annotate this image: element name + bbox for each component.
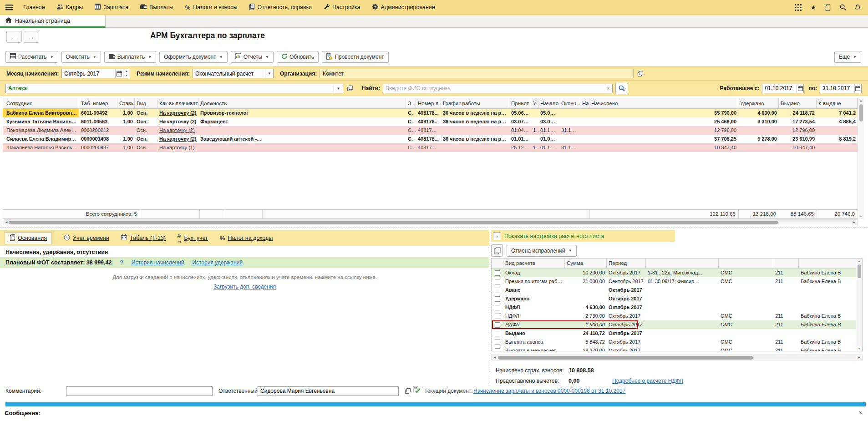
column-header[interactable]: Должность <box>198 98 406 108</box>
payslip-row[interactable]: Выплата в межрасчетный пе...18 270,00Окт… <box>492 346 862 351</box>
favorites-star-icon[interactable]: ★ <box>810 4 816 10</box>
organization-open-icon[interactable] <box>636 69 645 78</box>
row-checkbox[interactable] <box>495 331 500 336</box>
menu-item-2[interactable]: Кадры <box>51 0 89 15</box>
payslip-row[interactable]: НДФЛ1 900,00Октябрь 2017ОМС211Бабкина Ел… <box>492 320 862 329</box>
copy-pages-icon[interactable] <box>491 244 503 257</box>
comment-field[interactable] <box>66 386 213 396</box>
column-header[interactable]: Как выплачивать <box>157 98 198 108</box>
payslip-row[interactable]: НДФЛ2 730,00Октябрь 2017ОМС211Бабкина Ел… <box>492 312 862 320</box>
column-header[interactable] <box>492 259 503 268</box>
back-button[interactable]: ← <box>6 31 22 43</box>
search-button[interactable] <box>615 83 628 94</box>
column-header[interactable]: График работы <box>441 98 509 108</box>
column-header[interactable]: Вид расчета <box>503 259 565 268</box>
pay-button[interactable]: Выплатить▼ <box>104 51 156 63</box>
post-document-button[interactable]: Провести документ <box>322 51 388 63</box>
column-header[interactable]: Удержано <box>738 98 779 108</box>
search-icon[interactable] <box>840 4 846 10</box>
column-header[interactable]: Начало <box>538 98 559 108</box>
mode-select[interactable]: ▼ <box>193 69 274 78</box>
worked-to-input[interactable] <box>820 84 854 93</box>
payslip-settings-toggle[interactable]: › Показать настройки расчетного листа <box>491 230 675 242</box>
detail-tab-5[interactable]: %Налог на доходы <box>220 235 273 242</box>
reports-button[interactable]: Отчеты▼ <box>231 51 274 63</box>
messages-splitter[interactable] <box>5 402 866 406</box>
pay-method-link[interactable]: На карточку (2) <box>159 127 195 133</box>
close-icon[interactable]: × <box>859 409 863 416</box>
payslip-row[interactable]: Премия по итогам работы21 000,00Сентябрь… <box>492 277 862 286</box>
deductions-history-link[interactable]: История удержаний <box>192 259 243 266</box>
employee-row[interactable]: Пономарева Людмила Алексеевна (осн., ув.… <box>3 126 858 135</box>
refresh-button[interactable]: Обновить <box>277 51 319 63</box>
worked-to-field[interactable] <box>820 84 862 93</box>
employee-row[interactable]: Бабкина Елена Викторовна (осн.)6011-0049… <box>3 109 858 117</box>
responsible-open-icon[interactable] <box>403 386 412 396</box>
calendar-icon[interactable] <box>854 84 861 93</box>
column-header[interactable]: Сумма <box>565 259 607 268</box>
pay-method-link[interactable]: На карточку (2) <box>159 136 197 142</box>
hamburger-icon[interactable] <box>5 5 13 10</box>
row-checkbox[interactable] <box>495 314 500 319</box>
column-header[interactable]: Номер л... <box>416 98 441 108</box>
calendar-icon[interactable] <box>797 84 803 93</box>
payslip-row[interactable]: Выплата аванса5 848,72Октябрь 2017ОМС211… <box>492 338 862 346</box>
column-header[interactable] <box>646 259 719 268</box>
detail-tab-2[interactable]: Учет времени <box>64 234 109 242</box>
detail-tab-3[interactable]: Табель (Т-13) <box>121 234 166 242</box>
column-header[interactable]: К выдаче <box>817 98 858 108</box>
row-checkbox[interactable] <box>495 348 500 351</box>
more-button[interactable]: Еще▼ <box>834 51 861 63</box>
menu-item-4[interactable]: Выплаты <box>134 0 179 15</box>
apps-grid-icon[interactable] <box>795 4 802 11</box>
pay-method-link[interactable]: На карточку (2) <box>159 110 197 116</box>
employee-row[interactable]: Шахалиева Наталья Васильевна (осн., ув.)… <box>3 143 858 152</box>
column-header[interactable]: Выдано <box>779 98 817 108</box>
menu-item-1[interactable]: Главное <box>17 0 51 15</box>
mode-input[interactable] <box>193 69 265 78</box>
department-input[interactable] <box>6 84 334 93</box>
employee-row[interactable]: Кузьмина Татьяна Васильевна (осн.)6011-0… <box>3 117 858 126</box>
organization-field[interactable]: Комитет <box>320 69 634 78</box>
responsible-field[interactable] <box>258 386 399 396</box>
payslip-row[interactable]: УдержаноОктябрь 2017 <box>492 294 862 303</box>
column-header[interactable]: На... <box>580 98 589 108</box>
row-checkbox[interactable] <box>495 322 500 328</box>
column-header[interactable]: Ставка <box>117 98 135 108</box>
payslip-row[interactable]: НДФЛ4 630,00Октябрь 2017 <box>492 303 862 312</box>
current-document-link[interactable]: Начисление зарплаты и взносов 0000-00019… <box>473 388 625 394</box>
column-header[interactable]: Вид <box>135 98 157 108</box>
bell-icon[interactable] <box>855 4 861 11</box>
row-checkbox[interactable] <box>495 340 500 345</box>
horizontal-scrollbar[interactable]: ◄ ► <box>3 219 858 225</box>
search-field[interactable]: x <box>383 84 613 93</box>
menu-item-5[interactable]: %Налоги и взносы <box>179 0 244 15</box>
make-document-button[interactable]: Оформить документ▼ <box>159 51 227 63</box>
department-open-icon[interactable] <box>345 84 355 93</box>
row-checkbox[interactable] <box>495 288 500 293</box>
payslip-vertical-scrollbar[interactable]: ▲ ▼ <box>856 259 862 351</box>
menu-item-7[interactable]: Настройка <box>318 0 366 15</box>
row-checkbox[interactable] <box>495 305 500 310</box>
search-input[interactable] <box>383 84 612 93</box>
ndfl-details-link[interactable]: Подробнее о расчете НДФЛ <box>612 378 683 384</box>
row-checkbox[interactable] <box>495 296 500 302</box>
payslip-horizontal-scrollbar[interactable]: ◄ ► <box>491 355 863 360</box>
payslip-row[interactable]: Выдано24 118,72Октябрь 2017 <box>492 329 862 338</box>
calculate-button[interactable]: Рассчитать▼ <box>5 51 58 63</box>
employee-row[interactable]: Силаева Елена Владимировна (осн.)0000001… <box>3 135 858 143</box>
column-header[interactable]: Принят <box>509 98 531 108</box>
vertical-scrollbar[interactable]: ▲ ▼ <box>858 98 864 219</box>
tab-home-page[interactable]: Начальная страница <box>0 15 106 28</box>
worked-from-field[interactable] <box>762 84 804 93</box>
row-checkbox[interactable] <box>495 279 500 284</box>
column-header[interactable] <box>719 259 773 268</box>
department-field[interactable]: ▼ <box>5 84 343 93</box>
detail-tab-1[interactable]: Основания <box>5 232 52 244</box>
calendar-icon[interactable] <box>115 69 123 78</box>
menu-item-3[interactable]: Зарплата <box>89 0 134 15</box>
detail-tab-4[interactable]: ДтКтБух. учет <box>178 232 208 244</box>
history-icon[interactable] <box>825 4 831 11</box>
column-header[interactable] <box>773 259 799 268</box>
column-header[interactable]: Начислено <box>589 98 738 108</box>
